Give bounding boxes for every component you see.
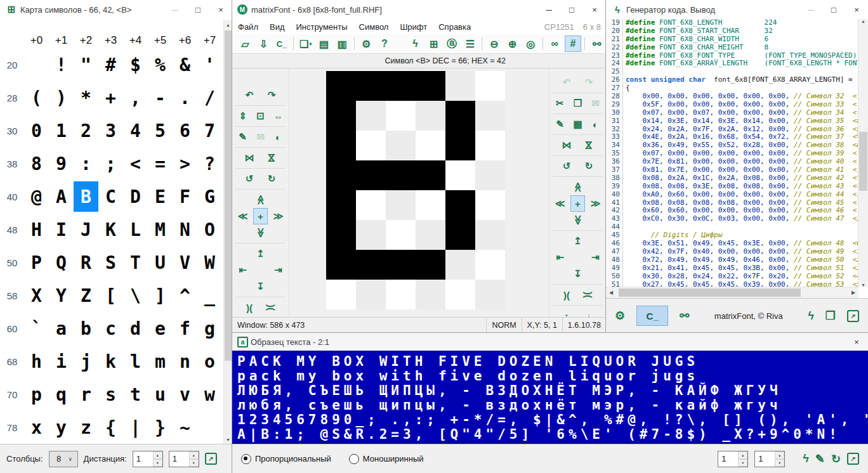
glyph-pixel[interactable] bbox=[326, 160, 356, 190]
shift-up-icon[interactable]: ≪ bbox=[570, 178, 586, 197]
brush-icon[interactable]: ✎ bbox=[235, 129, 250, 145]
charmap-cell[interactable]: y bbox=[49, 412, 74, 443]
charmap-cell[interactable]: b bbox=[74, 313, 98, 344]
glyph-pixel[interactable] bbox=[475, 160, 505, 190]
zoom-reset-icon[interactable]: ◎ bbox=[522, 36, 539, 52]
charmap-cell[interactable]: 4 bbox=[123, 115, 148, 146]
glyph-pixel[interactable] bbox=[416, 250, 445, 280]
monospaced-radio[interactable]: Моноширинный bbox=[349, 454, 424, 464]
charmap-cell[interactable]: ? bbox=[197, 148, 222, 179]
charmap-cell[interactable]: ) bbox=[49, 82, 74, 113]
charmap-cell[interactable]: O bbox=[197, 214, 222, 245]
flip-vertical-icon[interactable]: ⋈ bbox=[581, 136, 597, 155]
charmap-cell[interactable]: < bbox=[123, 148, 148, 179]
scroll-right-icon[interactable]: ▶ bbox=[848, 290, 858, 295]
scrollbar-thumb[interactable] bbox=[619, 288, 801, 297]
image-icon[interactable]: ▦ bbox=[570, 116, 585, 133]
import-icon[interactable]: ⇩ bbox=[255, 36, 272, 52]
shift-right-icon[interactable]: ≫ bbox=[588, 195, 603, 212]
charmap-cell[interactable]: L bbox=[123, 214, 148, 245]
glyph-pixel[interactable] bbox=[356, 220, 386, 250]
charmap-cell[interactable]: ~ bbox=[173, 412, 197, 443]
glyph-pixel[interactable] bbox=[356, 131, 386, 160]
charmap-cell[interactable]: l bbox=[123, 346, 148, 377]
glyph-pixel[interactable] bbox=[445, 190, 475, 220]
scroll-left-icon[interactable]: ◀ bbox=[606, 290, 616, 295]
save-icon[interactable]: ▤ bbox=[315, 36, 332, 52]
charmap-cell[interactable]: R bbox=[74, 247, 98, 278]
distance-y-stepper[interactable]: 1 ▲▼ bbox=[169, 451, 199, 467]
charmap-cell[interactable]: C bbox=[98, 181, 123, 212]
charmap-cell[interactable]: : bbox=[74, 148, 98, 179]
glyph-pixel[interactable] bbox=[475, 71, 505, 101]
glyph-pixel[interactable] bbox=[445, 160, 475, 190]
charmap-cell[interactable]: / bbox=[197, 82, 222, 113]
spin-down-icon[interactable]: ▼ bbox=[775, 459, 784, 467]
scroll-down-icon[interactable]: ▼ bbox=[858, 283, 868, 287]
glyph-pixel[interactable] bbox=[386, 280, 416, 309]
charmap-cell[interactable]: # bbox=[98, 49, 123, 80]
charmap-cell[interactable]: A bbox=[49, 181, 74, 212]
glyph-pixel[interactable] bbox=[356, 71, 386, 101]
squeeze-horizontal-icon[interactable]: )( bbox=[557, 287, 576, 303]
spin-up-icon[interactable]: ▲ bbox=[153, 451, 162, 459]
glyph-pixel[interactable] bbox=[416, 160, 445, 190]
snap-right-icon[interactable]: ⇥ bbox=[270, 262, 286, 278]
charmap-cell[interactable]: D bbox=[123, 181, 148, 212]
shift-down-icon[interactable]: ≫ bbox=[253, 223, 269, 242]
charmap-cell[interactable]: = bbox=[148, 148, 173, 179]
glyph-pixel[interactable] bbox=[475, 250, 505, 280]
code-vertical-scrollbar[interactable]: ▲ ▼ bbox=[858, 19, 868, 287]
charmap-cell[interactable]: F bbox=[173, 181, 197, 212]
close-button[interactable]: × bbox=[209, 0, 232, 19]
charmap-cell[interactable]: w bbox=[197, 379, 222, 410]
charmap-cell[interactable]: Y bbox=[49, 280, 74, 311]
charmap-cell[interactable]: ( bbox=[24, 82, 49, 113]
charmap-cell[interactable]: P bbox=[24, 247, 49, 278]
proportional-radio[interactable]: Пропорциональный bbox=[241, 454, 331, 464]
character-map-icon[interactable]: ⊞ bbox=[425, 36, 442, 52]
glyph-pixel[interactable] bbox=[416, 220, 445, 250]
glyph-pixel[interactable] bbox=[475, 220, 505, 250]
charmap-cell[interactable]: [ bbox=[98, 280, 123, 311]
charmap-cell[interactable]: > bbox=[173, 148, 197, 179]
charmap-cell[interactable]: T bbox=[123, 247, 148, 278]
spin-up-icon[interactable]: ▲ bbox=[189, 451, 199, 459]
new-icon[interactable]: ▱ bbox=[237, 36, 254, 52]
glyph-pixel[interactable] bbox=[356, 101, 386, 131]
move-icon[interactable]: + bbox=[253, 208, 268, 224]
menu-item-инструменты[interactable]: Инструменты bbox=[291, 22, 353, 32]
grid-icon[interactable]: # bbox=[565, 36, 582, 52]
code-horizontal-scrollbar[interactable]: ◀ ▶ bbox=[606, 287, 858, 298]
rotate-cw-icon[interactable]: ↻ bbox=[262, 171, 281, 187]
zoom-in-icon[interactable]: ⊕ bbox=[504, 36, 521, 52]
minimize-button[interactable]: ─ bbox=[164, 0, 187, 19]
charmap-cell[interactable]: k bbox=[98, 346, 123, 377]
squeeze-vertical-icon[interactable]: )( bbox=[581, 285, 597, 304]
maximize-button[interactable]: □ bbox=[560, 0, 583, 19]
glyph-pixel[interactable] bbox=[416, 280, 445, 309]
charmap-cell[interactable]: h bbox=[24, 346, 49, 377]
charmap-cell[interactable]: ! bbox=[49, 49, 74, 80]
minimize-button[interactable]: ─ bbox=[537, 0, 560, 19]
cut-icon[interactable]: ✂ bbox=[553, 95, 567, 112]
copy-icon[interactable]: ❐ bbox=[825, 309, 836, 323]
glyph-pixel[interactable] bbox=[386, 220, 416, 250]
export-icon[interactable]: ↗ bbox=[847, 310, 859, 322]
export-icon[interactable]: ↗ bbox=[205, 453, 217, 465]
charmap-cell[interactable]: W bbox=[197, 247, 222, 278]
snap-bottom-icon[interactable]: ↧ bbox=[251, 278, 270, 295]
charmap-cell[interactable]: i bbox=[49, 346, 74, 377]
close-button[interactable]: × bbox=[845, 0, 868, 19]
snap-top-icon[interactable]: ↥ bbox=[251, 245, 270, 262]
charmap-cell[interactable]: X bbox=[24, 280, 49, 311]
export-icon[interactable]: ↗ bbox=[847, 453, 859, 465]
charmap-cell[interactable]: s bbox=[98, 379, 123, 410]
redo-icon[interactable]: ↷ bbox=[262, 87, 281, 103]
charmap-cell[interactable]: _ bbox=[197, 280, 222, 311]
glyph-pixel[interactable] bbox=[386, 250, 416, 280]
charmap-cell[interactable]: . bbox=[173, 82, 197, 113]
glyph-pixel[interactable] bbox=[386, 101, 416, 131]
glyph-grid[interactable] bbox=[326, 71, 505, 309]
spin-down-icon[interactable]: ▼ bbox=[189, 459, 199, 467]
